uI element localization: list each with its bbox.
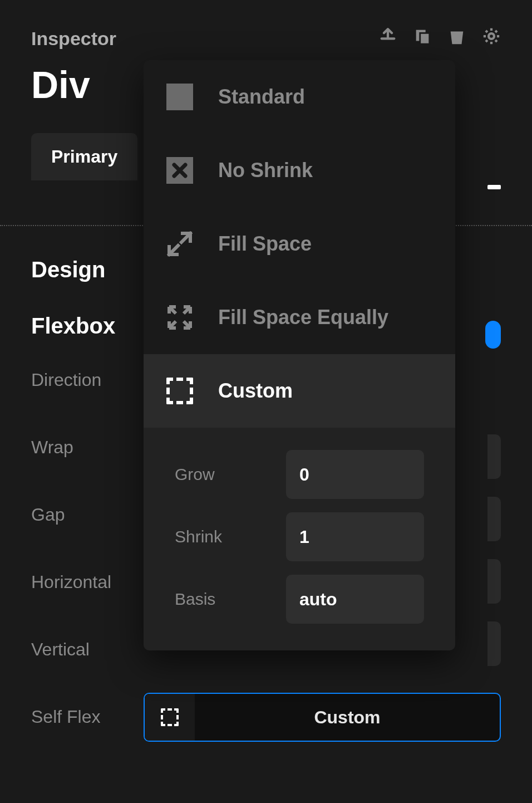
row-hint: [487, 434, 501, 479]
grow-input[interactable]: [286, 450, 424, 499]
expand-diagonal-icon: [166, 230, 194, 258]
svg-point-2: [489, 33, 494, 39]
tab-primary[interactable]: Primary: [31, 133, 137, 180]
gear-icon[interactable]: [482, 27, 501, 48]
svg-rect-3: [166, 84, 193, 110]
basis-label: Basis: [175, 590, 215, 609]
upload-icon[interactable]: [378, 27, 397, 48]
expand-all-icon: [166, 303, 194, 331]
custom-fields: Grow Shrink Basis: [144, 428, 455, 650]
trash-icon[interactable]: [447, 27, 466, 48]
square-icon: [166, 83, 194, 111]
self-flex-value-label: Custom: [195, 707, 500, 728]
copy-icon[interactable]: [413, 27, 432, 48]
shrink-label: Shrink: [175, 527, 222, 546]
option-standard[interactable]: Standard: [144, 60, 455, 134]
row-hint: [487, 559, 501, 604]
option-fill-space[interactable]: Fill Space: [144, 207, 455, 281]
toggle-hint: [485, 321, 501, 349]
option-no-shrink[interactable]: No Shrink: [144, 134, 455, 207]
option-fill-space-equally[interactable]: Fill Space Equally: [144, 281, 455, 354]
dashed-square-icon: [166, 377, 194, 405]
box-x-icon: [166, 156, 194, 184]
option-label: Standard: [218, 85, 305, 109]
option-label: No Shrink: [218, 159, 313, 182]
grow-label: Grow: [175, 465, 215, 484]
self-flex-value-button[interactable]: Custom: [144, 693, 501, 742]
option-custom[interactable]: Custom: [144, 354, 455, 428]
row-hint: [487, 497, 501, 541]
self-flex-dropdown: Standard No Shrink Fill Space Fill Space…: [144, 60, 455, 650]
shrink-input[interactable]: [286, 512, 424, 561]
dashed-square-icon: [145, 694, 195, 741]
background-hint: [487, 185, 501, 189]
basis-input[interactable]: [286, 575, 424, 624]
option-label: Custom: [218, 379, 293, 403]
row-hint: [487, 621, 501, 666]
svg-rect-1: [420, 33, 430, 44]
option-label: Fill Space Equally: [218, 306, 388, 329]
option-label: Fill Space: [218, 232, 312, 256]
